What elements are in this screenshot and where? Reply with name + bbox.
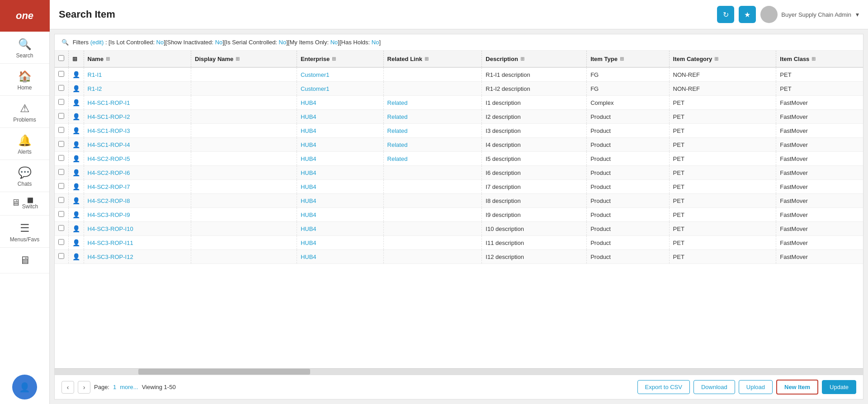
row-checkbox[interactable] (58, 71, 64, 77)
row-name-link[interactable]: H4-SC1-ROP-I1 (88, 99, 130, 106)
col-display-sort-icon: ⊞ (236, 56, 240, 62)
col-display-name[interactable]: Display Name ⊞ (191, 51, 297, 67)
avatar-initials: 👤 (19, 382, 30, 393)
row-name-link[interactable]: H4-SC3-ROP-I11 (88, 240, 133, 246)
next-page-button[interactable]: › (78, 381, 90, 394)
row-checkbox[interactable] (58, 239, 64, 245)
col-enterprise[interactable]: Enterprise ⊞ (297, 51, 383, 67)
row-name-link[interactable]: H4-SC1-ROP-I3 (88, 127, 130, 134)
row-item-type: Product (587, 194, 669, 208)
row-description: I12 description (482, 250, 587, 264)
row-enterprise-link[interactable]: HUB4 (301, 169, 316, 176)
row-checkbox[interactable] (58, 127, 64, 133)
sidebar-item-alerts[interactable]: 🔔 Alerts (0, 128, 49, 160)
row-enterprise-link[interactable]: HUB4 (301, 155, 316, 162)
row-enterprise-link[interactable]: Customer1 (301, 85, 330, 92)
row-enterprise-link[interactable]: HUB4 (301, 240, 316, 246)
row-name-link[interactable]: H4-SC2-ROP-I8 (88, 197, 130, 204)
col-item-type[interactable]: Item Type ⊞ (587, 51, 669, 67)
warning-icon: ⚠ (20, 102, 30, 115)
row-enterprise-link[interactable]: HUB4 (301, 99, 316, 106)
row-name-link[interactable]: H4-SC1-ROP-I4 (88, 141, 130, 148)
row-checkbox[interactable] (58, 183, 64, 189)
row-item-category: PET (669, 166, 776, 180)
row-checkbox[interactable] (58, 253, 64, 259)
row-name-link[interactable]: R1-I1 (88, 71, 102, 78)
app-logo[interactable]: one (0, 0, 50, 32)
row-name-link[interactable]: H4-SC3-ROP-I9 (88, 211, 130, 218)
more-pages-link[interactable]: more... (120, 384, 138, 390)
download-button[interactable]: Download (693, 380, 735, 394)
row-item-type: Product (587, 236, 669, 250)
sidebar-item-home[interactable]: 🏠 Home (0, 64, 49, 96)
row-checkbox[interactable] (58, 141, 64, 147)
item-icon: 👤 (72, 99, 80, 106)
row-enterprise-link[interactable]: HUB4 (301, 113, 316, 120)
user-avatar[interactable]: 👤 (12, 375, 37, 399)
row-related-link[interactable]: Related (387, 155, 408, 162)
sidebar-item-menus[interactable]: ☰ Menus/Favs (0, 216, 49, 248)
row-name-link[interactable]: H4-SC3-ROP-I12 (88, 254, 133, 260)
sidebar-item-monitor[interactable]: 🖥 (0, 248, 49, 273)
prev-page-button[interactable]: ‹ (61, 381, 74, 394)
filter-edit-link[interactable]: (edit) (90, 39, 104, 46)
col-related-link[interactable]: Related Link ⊞ (383, 51, 482, 67)
row-enterprise-link[interactable]: HUB4 (301, 183, 316, 190)
row-checkbox[interactable] (58, 99, 64, 105)
col-name[interactable]: Name ⊞ (84, 51, 191, 67)
row-checkbox[interactable] (58, 211, 64, 217)
row-name-link[interactable]: H4-SC2-ROP-I7 (88, 183, 130, 190)
row-enterprise-link[interactable]: HUB4 (301, 254, 316, 260)
row-checkbox[interactable] (58, 85, 64, 91)
sidebar-item-search[interactable]: 🔍 Search (0, 32, 49, 64)
row-enterprise-link[interactable]: Customer1 (301, 71, 330, 78)
row-checkbox[interactable] (58, 155, 64, 161)
row-enterprise-link[interactable]: HUB4 (301, 211, 316, 218)
row-enterprise-link[interactable]: HUB4 (301, 141, 316, 148)
row-description: I1 description (482, 96, 587, 110)
row-checkbox[interactable] (58, 197, 64, 203)
sidebar-item-problems[interactable]: ⚠ Problems (0, 96, 49, 128)
row-checkbox[interactable] (58, 225, 64, 231)
refresh-button[interactable]: ↻ (717, 6, 734, 23)
row-related-link[interactable]: Related (387, 141, 408, 148)
row-checkbox[interactable] (58, 113, 64, 119)
col-name-sort-icon: ⊞ (106, 56, 110, 62)
select-all-checkbox[interactable] (58, 55, 64, 61)
row-checkbox[interactable] (58, 169, 64, 175)
sidebar-item-chats[interactable]: 💬 Chats (0, 160, 49, 192)
update-button[interactable]: Update (822, 380, 856, 394)
row-related-link[interactable]: Related (387, 127, 408, 134)
main-content: Search Item ↻ ★ Buyer Supply Chain Admin… (50, 0, 868, 404)
favorite-button[interactable]: ★ (739, 6, 756, 23)
row-enterprise-link[interactable]: HUB4 (301, 225, 316, 232)
row-related-link[interactable]: Related (387, 113, 408, 120)
row-item-class: FastMover (776, 138, 863, 152)
item-icon: 👤 (72, 169, 80, 176)
row-name-link[interactable]: H4-SC2-ROP-I6 (88, 169, 130, 176)
col-description[interactable]: Description ⊞ (482, 51, 587, 67)
row-item-icon: 👤 (68, 222, 84, 236)
row-item-category: PET (669, 96, 776, 110)
row-enterprise-link[interactable]: HUB4 (301, 127, 316, 134)
row-enterprise-link[interactable]: HUB4 (301, 197, 316, 204)
new-item-button[interactable]: New Item (776, 380, 818, 395)
row-name-link[interactable]: H4-SC1-ROP-I2 (88, 113, 130, 120)
row-related-link[interactable]: Related (387, 99, 408, 106)
row-name-link[interactable]: H4-SC3-ROP-I10 (88, 225, 133, 232)
row-name-link[interactable]: R1-I2 (88, 85, 102, 92)
horizontal-scrollbar[interactable] (55, 368, 863, 375)
col-icon: ⊞ (68, 51, 84, 67)
sidebar-item-switch[interactable]: 🖥 ⬛ Switch (0, 192, 49, 216)
logo-text: one (16, 10, 33, 22)
col-item-class[interactable]: Item Class ⊞ (776, 51, 863, 67)
select-all-header[interactable] (55, 51, 68, 67)
row-name-link[interactable]: H4-SC2-ROP-I5 (88, 155, 130, 162)
export-csv-button[interactable]: Export to CSV (637, 380, 690, 394)
data-table-container[interactable]: ⊞ Name ⊞ Display Name ⊞ (55, 51, 863, 368)
col-item-category[interactable]: Item Category ⊞ (669, 51, 776, 67)
row-display-name (191, 222, 297, 236)
page-number[interactable]: 1 (113, 384, 116, 390)
upload-button[interactable]: Upload (739, 380, 773, 394)
user-menu-chevron[interactable]: ▾ (856, 11, 859, 18)
